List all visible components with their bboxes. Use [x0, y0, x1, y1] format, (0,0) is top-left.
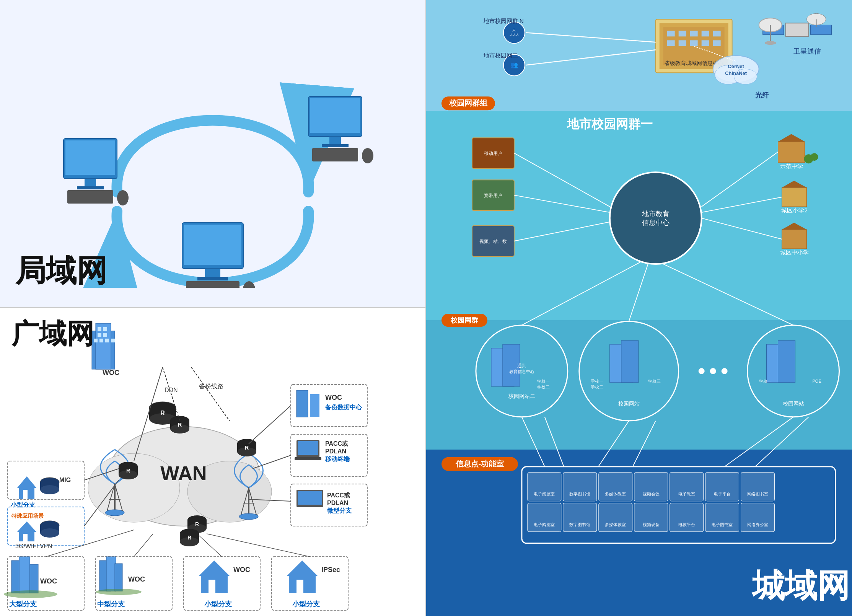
svg-rect-12	[312, 148, 358, 161]
svg-text:WAN: WAN	[160, 462, 207, 484]
svg-rect-108	[30, 564, 38, 593]
svg-text:R: R	[178, 422, 182, 428]
svg-rect-82	[23, 534, 28, 541]
svg-point-75	[40, 485, 59, 494]
svg-text:大型分支: 大型分支	[9, 600, 37, 608]
svg-rect-115	[115, 564, 122, 591]
svg-text:R: R	[195, 521, 199, 527]
svg-line-133	[253, 455, 291, 469]
svg-rect-24	[98, 333, 101, 337]
svg-rect-89	[310, 394, 319, 417]
svg-text:备份线路: 备份线路	[199, 383, 223, 389]
wan-title: 广域网	[11, 316, 94, 352]
svg-text:R: R	[187, 535, 191, 541]
svg-rect-5	[77, 186, 104, 189]
svg-rect-25	[103, 333, 107, 337]
svg-rect-26	[94, 339, 98, 342]
svg-rect-3	[65, 140, 115, 175]
svg-text:PACC或: PACC或	[325, 440, 349, 447]
svg-rect-22	[98, 327, 101, 331]
svg-point-43	[105, 510, 124, 516]
svg-text:R: R	[126, 468, 130, 474]
svg-text:PDLAN: PDLAN	[327, 500, 348, 506]
svg-text:备份数据中心: 备份数据中心	[325, 404, 362, 411]
svg-text:WOC: WOC	[40, 577, 57, 585]
svg-text:PACC或: PACC或	[327, 492, 350, 499]
svg-rect-88	[296, 390, 308, 417]
svg-text:3G/WIFI VPN: 3G/WIFI VPN	[15, 543, 52, 549]
lan-diagram	[41, 20, 385, 288]
svg-rect-114	[106, 557, 116, 591]
lan-section: 局域网	[0, 0, 425, 308]
right-panel: 省级教育城域网信息中心 CerNet ChinaNet 光纤 卫星通信 校园网群…	[426, 0, 852, 616]
svg-rect-122	[209, 580, 215, 593]
svg-text:微型分支: 微型分支	[327, 507, 352, 514]
svg-point-48	[239, 513, 258, 520]
svg-text:小型分支: 小型分支	[204, 600, 232, 608]
svg-rect-11	[322, 144, 349, 147]
svg-rect-10	[329, 137, 341, 144]
svg-text:PDLAN: PDLAN	[325, 448, 346, 455]
svg-text:WOC: WOC	[325, 394, 342, 401]
svg-text:IPSec: IPSec	[321, 566, 340, 574]
wan-diagram: WOC R WAN	[0, 308, 421, 614]
svg-line-139	[197, 534, 222, 557]
svg-rect-16	[205, 269, 220, 277]
svg-rect-18	[186, 281, 239, 288]
svg-rect-6	[67, 190, 113, 204]
svg-text:WOC: WOC	[233, 566, 250, 574]
svg-text:MIG: MIG	[59, 477, 71, 483]
svg-text:DDN: DDN	[165, 387, 178, 393]
svg-rect-23	[103, 327, 107, 331]
svg-rect-128	[296, 580, 303, 593]
svg-text:R: R	[245, 445, 249, 451]
svg-rect-28	[105, 339, 109, 342]
right-bg	[426, 0, 852, 616]
svg-text:特殊应用场景: 特殊应用场景	[11, 513, 44, 519]
svg-point-7	[117, 190, 129, 205]
svg-line-132	[249, 406, 291, 444]
svg-text:WOC: WOC	[128, 575, 145, 583]
svg-point-116	[96, 589, 142, 595]
lan-title: 局域网	[15, 251, 107, 292]
wan-section: 广域网 WOC	[0, 308, 425, 616]
left-panel: 局域网 广域网	[0, 0, 426, 616]
main-container: 局域网 广域网	[0, 0, 852, 616]
svg-rect-15	[184, 225, 241, 265]
svg-point-109	[4, 590, 57, 598]
svg-text:R: R	[160, 410, 165, 416]
svg-text:小型分支: 小型分支	[292, 600, 320, 608]
svg-line-67	[191, 367, 230, 421]
svg-point-13	[362, 148, 373, 163]
svg-line-138	[134, 534, 153, 557]
svg-rect-95	[295, 457, 321, 460]
svg-rect-29	[111, 339, 115, 342]
svg-rect-107	[19, 557, 30, 593]
svg-rect-17	[197, 277, 228, 280]
svg-rect-27	[99, 339, 103, 342]
svg-rect-4	[85, 179, 96, 186]
svg-rect-94	[298, 441, 318, 455]
svg-text:中型分支: 中型分支	[97, 600, 125, 608]
svg-rect-101	[298, 491, 322, 505]
svg-rect-9	[310, 98, 360, 133]
svg-line-140	[207, 534, 310, 557]
svg-rect-72	[23, 490, 28, 499]
svg-text:移动终端: 移动终端	[325, 456, 350, 462]
svg-text:WOC: WOC	[103, 369, 119, 376]
svg-point-85	[40, 528, 59, 538]
